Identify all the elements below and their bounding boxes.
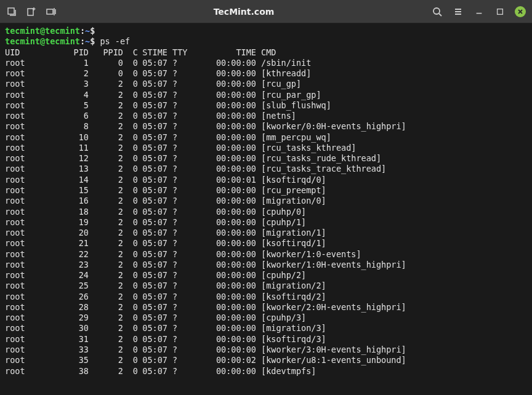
cell-time: 00:00:00 — [192, 313, 256, 323]
cell-tty: ? — [167, 132, 192, 143]
cell-ppid: 0 — [89, 58, 123, 68]
cell-uid: root — [5, 207, 49, 217]
process-row: root122005:07?00:00:00[rcu_tasks_rude_kt… — [5, 153, 527, 164]
cell-c: 0 — [123, 238, 138, 249]
cell-ppid: 2 — [89, 313, 123, 323]
cell-stime: 05:07 — [138, 345, 167, 355]
search-icon[interactable] — [431, 6, 443, 18]
window-title: TecMint.com — [57, 7, 431, 17]
close-button[interactable] — [515, 6, 526, 17]
hdr-ppid: PPID — [89, 47, 123, 58]
cell-cmd: /sbin/init — [256, 58, 311, 68]
cell-stime: 05:07 — [138, 334, 167, 345]
cell-ppid: 2 — [89, 323, 123, 333]
cell-tty: ? — [167, 228, 192, 238]
cell-ppid: 2 — [89, 132, 123, 143]
cell-ppid: 2 — [89, 228, 123, 238]
cell-cmd: [cpuhp/0] — [256, 207, 306, 217]
cell-tty: ? — [167, 334, 192, 345]
cell-ppid: 2 — [89, 175, 123, 185]
cell-c: 0 — [123, 185, 138, 196]
process-row: root152005:07?00:00:00[rcu_preempt] — [5, 185, 527, 196]
cell-tty: ? — [167, 111, 192, 121]
cell-uid: root — [5, 111, 49, 121]
cell-ppid: 2 — [89, 121, 123, 132]
new-tab-icon[interactable] — [6, 6, 17, 17]
cell-c: 0 — [123, 68, 138, 79]
cell-tty: ? — [167, 121, 192, 132]
hdr-time: TIME — [192, 47, 256, 58]
svg-rect-2 — [47, 9, 53, 14]
cell-pid: 12 — [49, 153, 89, 164]
tabs-overview-icon[interactable] — [46, 6, 57, 17]
cell-stime: 05:07 — [138, 175, 167, 185]
cell-stime: 05:07 — [138, 270, 167, 281]
cell-pid: 4 — [49, 90, 89, 100]
cell-time: 00:00:00 — [192, 334, 256, 345]
cell-ppid: 2 — [89, 153, 123, 164]
cell-time: 00:00:00 — [192, 79, 256, 89]
cell-time: 00:00:00 — [192, 292, 256, 302]
cell-tty: ? — [167, 164, 192, 174]
new-window-icon[interactable] — [26, 6, 37, 17]
cell-cmd: [ksoftirqd/2] — [256, 292, 326, 302]
cell-ppid: 2 — [89, 366, 123, 377]
cell-uid: root — [5, 79, 49, 89]
cell-time: 00:00:00 — [192, 111, 256, 121]
maximize-button[interactable] — [494, 6, 506, 18]
minimize-button[interactable] — [473, 6, 485, 18]
cell-time: 00:00:00 — [192, 132, 256, 143]
cell-c: 0 — [123, 121, 138, 132]
cell-cmd: [migration/1] — [256, 228, 326, 238]
cell-c: 0 — [123, 345, 138, 355]
cell-cmd: [migration/3] — [256, 323, 326, 333]
cell-ppid: 2 — [89, 111, 123, 121]
terminal-body[interactable]: tecmint@tecmint:~$ tecmint@tecmint:~$ ps… — [0, 23, 532, 395]
cell-cmd: [kworker/1:0-events] — [256, 249, 361, 260]
cell-tty: ? — [167, 90, 192, 100]
process-row: root312005:07?00:00:00[ksoftirqd/3] — [5, 334, 527, 345]
cell-uid: root — [5, 185, 49, 196]
cell-uid: root — [5, 238, 49, 249]
cell-uid: root — [5, 345, 49, 355]
cell-c: 0 — [123, 323, 138, 333]
prompt-path: ~ — [85, 26, 90, 36]
cell-pid: 6 — [49, 111, 89, 121]
cell-ppid: 2 — [89, 79, 123, 89]
process-row: root142005:07?00:00:01[ksoftirqd/0] — [5, 175, 527, 185]
cell-uid: root — [5, 58, 49, 68]
cell-pid: 16 — [49, 196, 89, 206]
cell-c: 0 — [123, 260, 138, 270]
prompt-line-empty: tecmint@tecmint:~$ — [5, 26, 527, 36]
cell-pid: 23 — [49, 260, 89, 270]
menu-icon[interactable] — [452, 6, 464, 18]
process-row: root242005:07?00:00:00[cpuhp/2] — [5, 270, 527, 281]
cell-pid: 35 — [49, 355, 89, 365]
cell-time: 00:00:00 — [192, 228, 256, 238]
cell-stime: 05:07 — [138, 207, 167, 217]
cell-uid: root — [5, 228, 49, 238]
cell-uid: root — [5, 302, 49, 313]
cell-cmd: [kworker/0:0H-events_highpri] — [256, 121, 406, 132]
process-row: root52005:07?00:00:00[slub_flushwq] — [5, 100, 527, 111]
cell-stime: 05:07 — [138, 249, 167, 260]
cell-uid: root — [5, 260, 49, 270]
cell-ppid: 2 — [89, 164, 123, 174]
cell-time: 00:00:00 — [192, 153, 256, 164]
svg-point-3 — [433, 8, 440, 14]
cell-uid: root — [5, 323, 49, 333]
cell-time: 00:00:00 — [192, 121, 256, 132]
process-list: root10005:07?00:00:00/sbin/initroot20005… — [5, 58, 527, 377]
process-row: root132005:07?00:00:00[rcu_tasks_trace_k… — [5, 164, 527, 174]
cell-c: 0 — [123, 196, 138, 206]
process-row: root20005:07?00:00:00[kthreadd] — [5, 68, 527, 79]
cell-ppid: 2 — [89, 249, 123, 260]
cell-ppid: 2 — [89, 90, 123, 100]
cell-time: 00:00:02 — [192, 355, 256, 365]
process-row: root82005:07?00:00:00[kworker/0:0H-event… — [5, 121, 527, 132]
cell-c: 0 — [123, 366, 138, 377]
titlebar-right — [431, 6, 526, 18]
cell-pid: 24 — [49, 270, 89, 281]
hdr-uid: UID — [5, 47, 49, 58]
ps-header-row: UIDPIDPPIDCSTIMETTYTIMECMD — [5, 47, 527, 58]
